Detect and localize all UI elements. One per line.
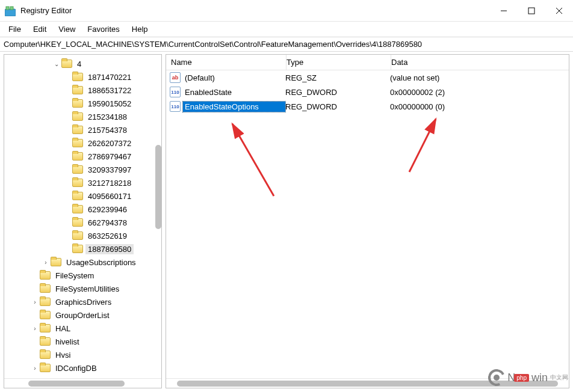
value-row[interactable]: 110EnabledStateREG_DWORD0x00000002 (2): [166, 85, 569, 99]
value-name: (Default): [183, 73, 285, 83]
value-data: 0x00000002 (2): [390, 88, 569, 97]
tree-item[interactable]: ›GroupOrderList: [4, 308, 161, 322]
col-name[interactable]: Name: [166, 55, 286, 70]
tree-item-label: IDConfigDB: [53, 363, 99, 373]
tree-item[interactable]: ›215234188: [4, 110, 161, 123]
tree-item-label: 4095660171: [85, 191, 134, 201]
folder-icon: [72, 165, 83, 174]
value-data: (value not set): [390, 73, 569, 82]
value-type: REG_DWORD: [285, 88, 390, 97]
tree-item[interactable]: ›UsageSubscriptions: [4, 256, 161, 269]
tree-vscrollbar[interactable]: [155, 145, 161, 229]
menu-edit[interactable]: Edit: [27, 23, 52, 35]
tree-item[interactable]: ›4095660171: [4, 189, 161, 203]
tree-item[interactable]: ›GraphicsDrivers: [4, 295, 161, 308]
folder-icon: [72, 218, 83, 227]
chevron-right-icon[interactable]: ›: [31, 299, 39, 305]
value-data: 0x00000000 (0): [390, 102, 569, 111]
tree-hscrollbar[interactable]: [4, 378, 161, 388]
address-bar[interactable]: Computer\HKEY_LOCAL_MACHINE\SYSTEM\Curre…: [0, 37, 573, 52]
svg-rect-0: [5, 9, 16, 16]
tree-item-label: 1887869580: [85, 244, 134, 254]
folder-icon: [72, 99, 83, 108]
folder-icon: [72, 126, 83, 134]
tree-item-label: HAL: [53, 323, 73, 334]
tree-item[interactable]: ›1886531722: [4, 84, 161, 97]
chevron-right-icon[interactable]: ›: [31, 365, 39, 372]
folder-icon: [72, 205, 83, 213]
chevron-right-icon[interactable]: ›: [42, 259, 50, 266]
tree-item[interactable]: ›2786979467: [4, 150, 161, 163]
tree-item[interactable]: ›215754378: [4, 123, 161, 136]
watermark-php: php: [514, 374, 529, 382]
content: ⌄4›1871470221›1886531722›1959015052›2152…: [0, 52, 573, 392]
tree[interactable]: ⌄4›1871470221›1886531722›1959015052›2152…: [4, 55, 161, 378]
tree-item[interactable]: ›3212718218: [4, 176, 161, 189]
menu-view[interactable]: View: [52, 23, 81, 35]
maximize-button[interactable]: [518, 0, 545, 22]
tree-item-label: 1959015052: [85, 99, 134, 109]
details-header[interactable]: Name Type Data: [166, 55, 569, 70]
folder-icon: [72, 152, 83, 161]
tree-item[interactable]: ›hivelist: [4, 335, 161, 348]
folder-icon: [40, 364, 51, 372]
value-row[interactable]: ab(Default)REG_SZ(value not set): [166, 70, 569, 85]
tree-item[interactable]: ›HAL: [4, 322, 161, 335]
value-type: REG_DWORD: [285, 102, 390, 111]
folder-icon: [40, 271, 51, 280]
menubar: File Edit View Favorites Help: [0, 22, 573, 37]
tree-item-label: hivelist: [53, 337, 82, 347]
tree-item[interactable]: ›1887869580: [4, 242, 161, 256]
dword-value-icon: 110: [170, 87, 181, 97]
watermark-cn: 中文网: [550, 373, 568, 382]
tree-item[interactable]: ⌄4: [4, 57, 161, 70]
string-value-icon: ab: [170, 72, 181, 83]
menu-help[interactable]: Help: [126, 23, 154, 35]
folder-icon: [72, 231, 83, 240]
tree-item[interactable]: ›2626207372: [4, 136, 161, 150]
tree-item[interactable]: ›Hvsi: [4, 348, 161, 361]
window-title: Registry Editor: [20, 6, 490, 15]
close-button[interactable]: [545, 0, 573, 22]
tree-item-label: 215234188: [85, 112, 129, 122]
tree-item[interactable]: ›629239946: [4, 203, 161, 216]
value-name: EnabledState: [183, 87, 285, 97]
tree-item-label: UsageSubscriptions: [64, 257, 138, 268]
tree-item-label: FileSystem: [53, 271, 96, 281]
folder-icon: [40, 298, 51, 306]
titlebar: Registry Editor: [0, 0, 573, 22]
tree-item-label: Hvsi: [53, 350, 73, 360]
menu-favorites[interactable]: Favorites: [81, 23, 125, 35]
folder-icon: [40, 311, 51, 319]
tree-item[interactable]: ›662794378: [4, 216, 161, 229]
tree-item[interactable]: ›IDConfigDB: [4, 361, 161, 375]
chevron-right-icon[interactable]: ›: [31, 325, 39, 332]
tree-item-label: FileSystemUtilities: [53, 284, 122, 294]
col-data[interactable]: Data: [391, 55, 569, 70]
minimize-button[interactable]: [490, 0, 518, 22]
tree-item[interactable]: ›1871470221: [4, 70, 161, 84]
chevron-down-icon[interactable]: ⌄: [52, 61, 61, 67]
folder-icon: [40, 337, 51, 346]
folder-icon: [72, 112, 83, 121]
menu-file[interactable]: File: [2, 23, 27, 35]
tree-item[interactable]: ›3209337997: [4, 163, 161, 176]
tree-item-label: 3209337997: [85, 165, 134, 175]
watermark-win: win: [531, 372, 548, 384]
svg-rect-2: [10, 7, 13, 10]
tree-item[interactable]: ›1959015052: [4, 97, 161, 110]
folder-icon: [72, 179, 83, 187]
value-name: EnabledStateOptions: [183, 102, 285, 112]
col-type[interactable]: Type: [286, 55, 391, 70]
tree-item[interactable]: ›FileSystemUtilities: [4, 282, 161, 295]
window-controls: [490, 0, 573, 22]
tree-item-label: 2626207372: [85, 138, 134, 149]
value-row[interactable]: 110EnabledStateOptionsREG_DWORD0x0000000…: [166, 99, 569, 114]
tree-item[interactable]: ›FileSystem: [4, 269, 161, 282]
tree-item-label: 1871470221: [85, 72, 134, 82]
tree-item-label: 662794378: [85, 218, 129, 228]
tree-item[interactable]: ›863252619: [4, 229, 161, 242]
folder-icon: [72, 139, 83, 147]
details-list[interactable]: Name Type Data ab(Default)REG_SZ(value n…: [166, 55, 569, 378]
svg-rect-4: [528, 8, 534, 14]
